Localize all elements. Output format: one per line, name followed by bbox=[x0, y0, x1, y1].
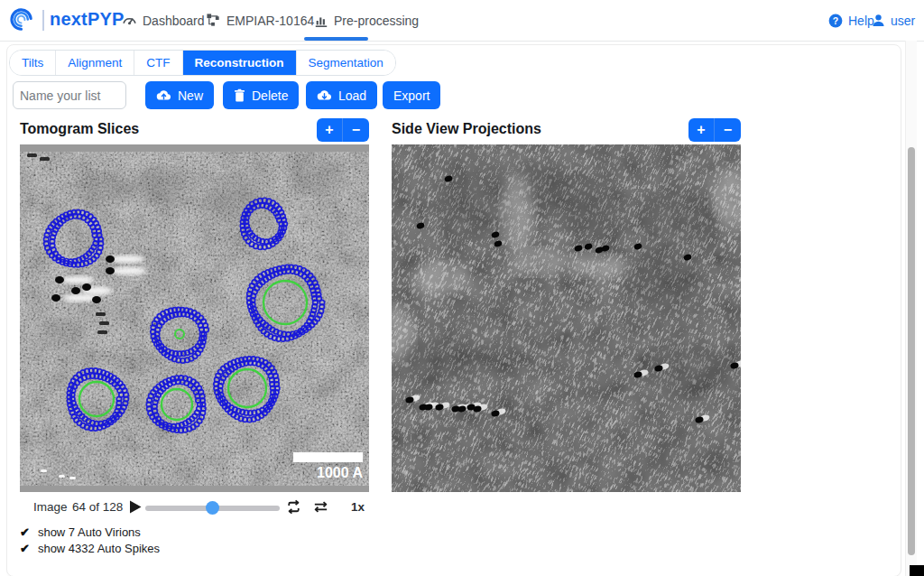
tomogram-zoom-in-button[interactable]: + bbox=[317, 118, 343, 142]
delete-button[interactable]: Delete bbox=[223, 81, 299, 109]
side-view-zoom-in-button[interactable]: + bbox=[688, 118, 715, 142]
nav-dashboard-label: Dashboard bbox=[143, 14, 205, 28]
image-position: 64 of 128 bbox=[72, 500, 123, 514]
tab-bar: TiltsAlignmentCTFReconstructionSegmentat… bbox=[9, 50, 396, 76]
repeat-icon bbox=[285, 498, 302, 516]
page-scrollbar-thumb[interactable] bbox=[908, 147, 915, 555]
load-button[interactable]: Load bbox=[306, 81, 377, 109]
help-icon: ? bbox=[828, 14, 843, 28]
option-row[interactable]: ✔show 7 Auto Virions bbox=[20, 525, 160, 540]
checkbox-checked-icon[interactable]: ✔ bbox=[20, 526, 30, 538]
tab-ctf[interactable]: CTF bbox=[134, 51, 182, 75]
nav-preprocessing[interactable]: Pre-processing bbox=[314, 0, 419, 41]
checkbox-checked-icon[interactable]: ✔ bbox=[20, 543, 30, 554]
nav-project-label: EMPIAR-10164 bbox=[226, 14, 314, 28]
brand-title[interactable]: nextPYP bbox=[50, 9, 125, 30]
new-button-label: New bbox=[178, 88, 203, 103]
list-name-input[interactable] bbox=[13, 81, 126, 109]
brand-divider bbox=[42, 10, 44, 31]
nextpyp-app: nextPYP Dashboard EMPIAR-10164 bbox=[0, 0, 924, 576]
tomogram-slices-title: Tomogram Slices bbox=[20, 121, 139, 137]
slider-thumb[interactable] bbox=[206, 501, 219, 515]
side-view-zoom-out-button[interactable]: − bbox=[715, 118, 741, 142]
page-scrollbar-track[interactable] bbox=[905, 41, 917, 576]
tomogram-zoom-controls: + − bbox=[317, 118, 369, 142]
load-button-label: Load bbox=[338, 88, 366, 103]
export-button[interactable]: Export bbox=[383, 81, 440, 109]
chart-bars-icon bbox=[314, 14, 328, 28]
nav-preprocessing-label: Pre-processing bbox=[334, 14, 419, 28]
swap-direction-button[interactable] bbox=[311, 498, 329, 516]
nav-active-indicator bbox=[304, 37, 368, 41]
delete-button-label: Delete bbox=[252, 88, 288, 103]
nav-dashboard[interactable]: Dashboard bbox=[122, 0, 205, 41]
repeat-button[interactable] bbox=[284, 498, 302, 516]
image-slider[interactable] bbox=[145, 501, 280, 515]
tab-tilts[interactable]: Tilts bbox=[10, 51, 56, 75]
playback-speed[interactable]: 1x bbox=[351, 500, 365, 514]
top-navbar: nextPYP Dashboard EMPIAR-10164 bbox=[0, 0, 924, 42]
tab-alignment[interactable]: Alignment bbox=[56, 51, 134, 75]
trash-icon bbox=[234, 88, 245, 102]
swap-arrows-icon bbox=[312, 498, 329, 516]
tab-segmentation[interactable]: Segmentation bbox=[297, 51, 395, 75]
play-button[interactable] bbox=[128, 499, 143, 515]
scale-bar-label: 1000 A bbox=[317, 465, 363, 480]
new-button[interactable]: New bbox=[145, 81, 214, 109]
side-view-zoom-controls: + − bbox=[688, 118, 741, 142]
option-label: show 7 Auto Virions bbox=[38, 525, 141, 539]
option-label: show 4332 Auto Spikes bbox=[38, 542, 160, 555]
nav-help-label: Help bbox=[848, 14, 874, 28]
option-row[interactable]: ✔show 4332 Auto Spikes bbox=[20, 541, 160, 556]
project-nodes-icon bbox=[206, 13, 221, 28]
tab-reconstruction[interactable]: Reconstruction bbox=[183, 51, 297, 75]
image-label: Image bbox=[33, 500, 68, 514]
export-button-label: Export bbox=[393, 88, 430, 103]
nav-user[interactable]: user bbox=[872, 0, 915, 41]
options-list: ✔show 7 Auto Virions✔show 4332 Auto Spik… bbox=[20, 525, 160, 557]
cloud-download-icon bbox=[317, 89, 332, 101]
play-icon bbox=[128, 499, 143, 515]
nextpyp-logo-icon[interactable] bbox=[8, 6, 36, 34]
user-icon bbox=[872, 14, 885, 27]
tomogram-zoom-out-button[interactable]: − bbox=[343, 118, 369, 142]
dashboard-gauge-icon bbox=[122, 13, 137, 28]
cloud-upload-icon bbox=[156, 89, 171, 101]
nav-help[interactable]: ? Help bbox=[828, 0, 874, 41]
nav-project-empiar[interactable]: EMPIAR-10164 bbox=[206, 0, 314, 41]
svg-text:?: ? bbox=[833, 14, 838, 25]
nav-user-label: user bbox=[891, 14, 915, 28]
tomogram-slice-image[interactable]: 1000 A bbox=[20, 144, 369, 492]
side-view-title: Side View Projections bbox=[392, 121, 541, 137]
side-view-projection-image[interactable] bbox=[392, 144, 741, 492]
corner-black-patch bbox=[910, 565, 924, 576]
